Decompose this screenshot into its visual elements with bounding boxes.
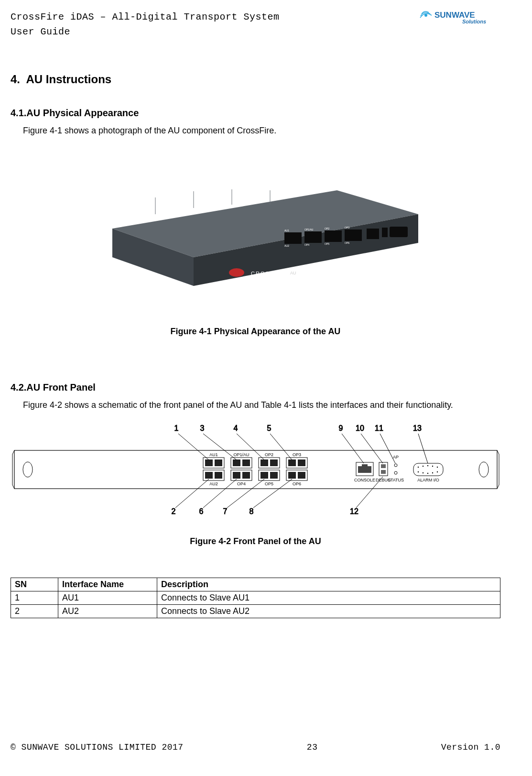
svg-point-0 [424, 14, 427, 17]
table-row: 1 AU1 Connects to Slave AU1 [11, 591, 500, 604]
svg-rect-5 [304, 231, 322, 243]
svg-rect-57 [288, 472, 296, 479]
svg-text:OP4: OP4 [304, 243, 309, 246]
svg-rect-64 [381, 464, 386, 468]
svg-rect-10 [390, 227, 408, 237]
section-title: AU Instructions [26, 73, 111, 86]
figure-2-caption: Figure 4-2 Front Panel of the AU [11, 536, 500, 546]
table-header-row: SN Interface Name Description [11, 578, 500, 591]
figure-2-diagram: AU1 AU2 OP1/AU OP4 OP2 OP5 [12, 419, 499, 515]
svg-text:AU2: AU2 [209, 481, 218, 486]
figure-1-caption: Figure 4-1 Physical Appearance of the AU [11, 327, 500, 337]
svg-rect-8 [367, 229, 379, 239]
svg-text:STATUS: STATUS [387, 478, 403, 482]
svg-rect-7 [345, 230, 362, 241]
th-sn: SN [11, 578, 58, 591]
page-footer: © SUNWAVE SOLUTIONS LIMITED 2017 23 Vers… [11, 743, 500, 752]
th-interface: Interface Name [58, 578, 157, 591]
footer-copyright: © SUNWAVE SOLUTIONS LIMITED 2017 [11, 743, 184, 752]
svg-text:6: 6 [199, 507, 203, 515]
svg-rect-39 [233, 459, 240, 466]
svg-rect-50 [270, 472, 278, 479]
doc-title-block: CrossFire iDAS – All-Digital Transport S… [11, 10, 280, 39]
svg-text:AU: AU [290, 271, 296, 275]
svg-point-77 [417, 471, 418, 472]
svg-text:CONSOLE: CONSOLE [354, 478, 375, 482]
svg-point-28 [479, 462, 489, 477]
svg-text:OP3: OP3 [292, 452, 301, 457]
svg-text:OP5: OP5 [325, 242, 329, 245]
svg-rect-55 [288, 459, 296, 466]
doc-title-line-2: User Guide [11, 24, 280, 39]
svg-text:OP1/AU: OP1/AU [233, 452, 249, 457]
footer-version: Version 1.0 [441, 743, 500, 752]
svg-text:AP: AP [392, 455, 398, 459]
svg-text:OP1/AU: OP1/AU [304, 228, 314, 231]
section-number: 4. [11, 73, 20, 86]
svg-rect-31 [205, 459, 213, 466]
interface-table: SN Interface Name Description 1 AU1 Conn… [11, 578, 500, 618]
svg-text:5: 5 [267, 424, 271, 432]
svg-text:4: 4 [233, 424, 238, 432]
svg-text:2: 2 [171, 507, 175, 515]
svg-text:10: 10 [356, 424, 364, 432]
svg-rect-42 [242, 472, 250, 479]
svg-point-80 [432, 472, 433, 473]
subsection-2-title: AU Front Panel [26, 382, 95, 393]
svg-rect-48 [270, 459, 278, 466]
svg-rect-32 [215, 459, 222, 466]
svg-rect-56 [298, 459, 305, 466]
subsection-heading-2: 4.2.AU Front Panel [11, 382, 500, 393]
svg-text:OP2: OP2 [264, 452, 273, 457]
svg-rect-9 [382, 228, 388, 237]
logo-sub-text: Solutions [462, 19, 486, 24]
svg-text:9: 9 [338, 424, 343, 432]
svg-point-76 [436, 467, 437, 468]
svg-point-81 [436, 471, 437, 472]
svg-point-74 [427, 465, 428, 466]
svg-point-78 [422, 472, 423, 473]
svg-text:OP4: OP4 [237, 481, 245, 486]
svg-text:7: 7 [223, 507, 227, 515]
svg-rect-58 [298, 472, 305, 479]
sunwave-logo-icon: SUNWAVE Solutions [419, 10, 500, 31]
footer-page-number: 23 [307, 743, 318, 752]
svg-rect-65 [381, 470, 386, 474]
svg-text:OP6: OP6 [292, 481, 301, 486]
page-header: CrossFire iDAS – All-Digital Transport S… [11, 10, 500, 39]
svg-text:AU1: AU1 [284, 229, 289, 232]
svg-text:AU1: AU1 [209, 452, 218, 457]
svg-rect-34 [215, 472, 222, 479]
subsection-2-number: 4.2. [11, 382, 26, 393]
svg-text:12: 12 [350, 507, 358, 515]
svg-rect-33 [205, 472, 213, 479]
svg-text:8: 8 [249, 507, 253, 515]
svg-point-79 [427, 473, 428, 474]
svg-text:13: 13 [413, 424, 422, 432]
company-logo: SUNWAVE Solutions [419, 10, 500, 31]
logo-main-text: SUNWAVE [434, 11, 475, 20]
svg-rect-49 [261, 472, 268, 479]
doc-title-line-1: CrossFire iDAS – All-Digital Transport S… [11, 10, 280, 24]
paragraph-2: Figure 4-2 shows a schematic of the fron… [23, 399, 500, 412]
paragraph-1: Figure 4-1 shows a photograph of the AU … [23, 124, 500, 138]
table-row: 2 AU2 Connects to Slave AU2 [11, 604, 500, 618]
svg-text:OP2: OP2 [325, 227, 329, 230]
subsection-1-title: AU Physical Appearance [26, 108, 139, 118]
svg-point-19 [229, 268, 244, 277]
svg-text:1: 1 [174, 424, 178, 432]
svg-text:OP5: OP5 [264, 481, 273, 486]
svg-point-72 [417, 467, 418, 468]
svg-text:AU2: AU2 [284, 244, 289, 247]
svg-text:OP3: OP3 [345, 226, 349, 229]
subsection-1-number: 4.1. [11, 108, 26, 118]
svg-rect-40 [242, 459, 250, 466]
svg-rect-71 [413, 463, 443, 476]
svg-text:3: 3 [200, 424, 204, 432]
svg-rect-6 [325, 230, 342, 242]
section-heading: 4. AU Instructions [11, 73, 500, 86]
th-description: Description [157, 578, 500, 591]
svg-text:11: 11 [375, 424, 383, 432]
svg-rect-4 [284, 232, 302, 244]
svg-point-75 [432, 466, 433, 467]
